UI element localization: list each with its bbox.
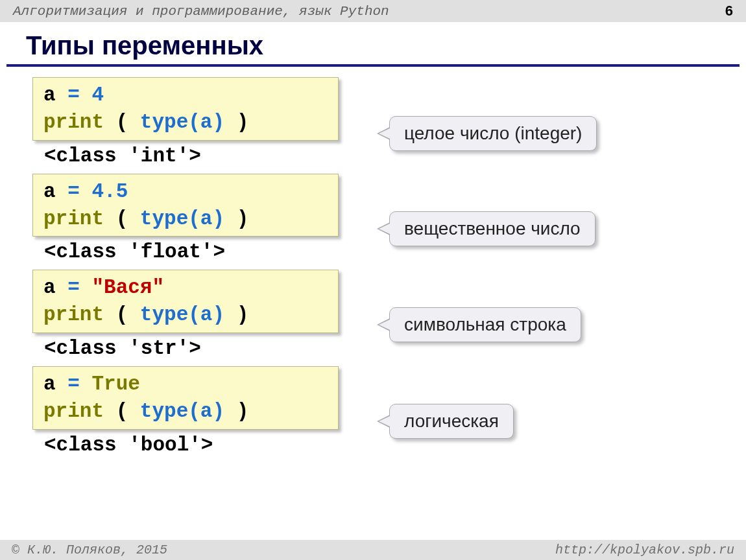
code-op: = <box>67 373 91 395</box>
code-type: type(a) <box>140 111 224 134</box>
code-type: type(a) <box>140 303 224 326</box>
code-paren: ) <box>237 111 249 134</box>
code-paren: ( <box>116 111 140 134</box>
code-box: a = 4 print ( type(a) ) <box>32 77 339 141</box>
code-var: a <box>43 276 56 299</box>
code-print: print <box>43 303 104 326</box>
code-paren: ) <box>237 303 249 326</box>
code-paren: ( <box>116 400 140 423</box>
code-paren: ( <box>116 207 140 230</box>
callout-str: символьная строка <box>389 307 581 342</box>
slide-title: Типы переменных <box>6 22 740 67</box>
code-value: "Вася" <box>91 276 164 299</box>
slide-header: Алгоритмизация и программирование, язык … <box>0 0 746 22</box>
page-number: 6 <box>725 3 733 19</box>
content-area: a = 4 print ( type(a) ) <class 'int'> це… <box>0 77 746 460</box>
code-box: a = "Вася" print ( type(a) ) <box>32 270 339 333</box>
code-print: print <box>43 207 104 230</box>
header-title: Алгоритмизация и программирование, язык … <box>13 4 389 19</box>
slide-footer: © К.Ю. Поляков, 2015 http://kpolyakov.sp… <box>0 540 746 560</box>
footer-left: © К.Ю. Поляков, 2015 <box>12 542 167 557</box>
code-var: a <box>43 180 56 203</box>
example-block: a = 4.5 print ( type(a) ) <class 'float'… <box>32 174 720 268</box>
code-op: = <box>67 180 91 203</box>
code-op: = <box>67 276 91 299</box>
code-var: a <box>43 84 56 106</box>
example-block: a = "Вася" print ( type(a) ) <class 'str… <box>32 270 720 364</box>
callout-float: вещественное число <box>389 211 596 246</box>
code-var: a <box>43 373 56 395</box>
example-block: a = 4 print ( type(a) ) <class 'int'> це… <box>32 77 720 171</box>
code-value: True <box>91 373 139 395</box>
code-op: = <box>67 84 91 106</box>
code-type: type(a) <box>140 207 224 230</box>
footer-right: http://kpolyakov.spb.ru <box>555 542 734 557</box>
callout-bool: логическая <box>389 404 514 439</box>
code-value: 4 <box>91 84 104 106</box>
code-paren: ( <box>116 303 140 326</box>
callout-int: целое число (integer) <box>389 116 597 151</box>
code-value: 4.5 <box>91 180 128 203</box>
code-box: a = True print ( type(a) ) <box>32 366 339 430</box>
output-text: <class 'str'> <box>32 333 720 364</box>
code-print: print <box>43 111 104 134</box>
code-type: type(a) <box>140 400 224 423</box>
example-block: a = True print ( type(a) ) <class 'bool'… <box>32 366 720 460</box>
output-text: <class 'float'> <box>32 237 720 267</box>
code-paren: ) <box>237 400 249 423</box>
code-paren: ) <box>237 207 249 230</box>
code-box: a = 4.5 print ( type(a) ) <box>32 174 339 237</box>
code-print: print <box>43 400 104 423</box>
output-text: <class 'bool'> <box>32 430 720 460</box>
output-text: <class 'int'> <box>32 141 720 171</box>
